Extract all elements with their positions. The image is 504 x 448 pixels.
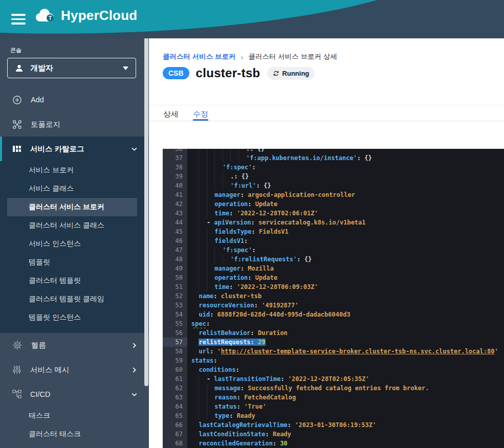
editor-row[interactable]: 48'f:relistRequests': {} [163, 255, 504, 264]
sidebar-subitem[interactable]: 서비스 클래스 [0, 180, 149, 198]
editor-row[interactable]: 63reason: FetchedCatalog [163, 393, 504, 402]
editor-row[interactable]: 37'f:app.kubernetes.io/instance': {} [163, 153, 504, 163]
sidebar-scrollbar-thumb[interactable] [144, 38, 148, 386]
code-line[interactable]: fieldsType: FieldsV1 [187, 227, 504, 236]
sidebar-subitem[interactable]: 클러스터 템플릿 클레임 [0, 290, 149, 308]
sidebar-subitem[interactable]: 태스크 런 [0, 443, 149, 448]
sidebar-section-header-cicd[interactable]: CI/CD [0, 382, 149, 407]
code-line[interactable]: 'f:spec': [187, 245, 504, 255]
line-number: 63 [163, 393, 187, 402]
tab-detail[interactable]: 상세 [163, 105, 179, 121]
code-line[interactable]: 'f:spec': [187, 163, 504, 172]
sidebar-subitem[interactable]: 템플릿 [0, 253, 149, 272]
tab-edit[interactable]: 수정 [193, 105, 208, 121]
sidebar-item-topology[interactable]: 토폴로지 [0, 112, 149, 137]
sidebar-subitem[interactable]: 서비스 인스턴스 [0, 235, 149, 253]
code-line[interactable]: - lastTransitionTime: '2022-12-28T02:05:… [187, 374, 504, 384]
code-line[interactable]: operation: Update [187, 273, 504, 282]
chevron-right-icon [131, 367, 138, 373]
editor-row[interactable]: 62message: Successfully fetched catalog … [163, 384, 504, 393]
code-line[interactable]: type: Ready [187, 411, 504, 420]
editor-row[interactable]: 64status: 'True' [163, 402, 504, 411]
sidebar-section-header-service-catalog[interactable]: 서비스 카탈로그 [0, 137, 149, 161]
line-number: 44 [163, 218, 187, 227]
code-line[interactable]: fieldsV1: [187, 236, 504, 245]
sidebar-subitem[interactable]: 클러스터 서비스 클래스 [0, 216, 149, 235]
editor-row[interactable]: 44- apiVersion: servicecatalog.k8s.io/v1… [163, 218, 504, 227]
editor-row[interactable]: 56relistBehavior: Duration [163, 328, 504, 338]
code-line[interactable]: time: '2022-12-28T06:09:03Z' [187, 282, 504, 292]
editor-row[interactable]: 59status: [163, 356, 504, 365]
perspective-dropdown[interactable]: 개발자 [7, 58, 136, 78]
editor-row[interactable]: 61- lastTransitionTime: '2022-12-28T02:0… [163, 374, 504, 384]
editor-row[interactable]: 66lastCatalogRetrievalTime: '2023-01-30T… [163, 420, 504, 430]
code-line[interactable]: conditions: [187, 365, 504, 374]
editor-row[interactable]: 39.: {} [163, 172, 504, 181]
editor-row[interactable]: 49manager: Mozilla [163, 264, 504, 273]
sidebar-subitem[interactable]: 클러스터 서비스 브로커 [7, 198, 137, 216]
editor-row[interactable]: 40'f:url': {} [163, 181, 504, 190]
code-line[interactable]: status: 'True' [187, 402, 504, 411]
sidebar-section-header-helm[interactable]: 헬름 [0, 333, 149, 357]
brand-logo[interactable]: T HyperCloud [33, 7, 137, 24]
sidebar-section-header-service-mesh[interactable]: 서비스 메시 [0, 357, 149, 382]
editor-row[interactable]: 42operation: Update [163, 199, 504, 209]
sidebar-subitem[interactable]: 클러스터 템플릿 [0, 272, 149, 290]
code-line[interactable]: uid: 6888f20d-628d-448d-995d-dadacb6040d… [187, 310, 504, 319]
code-line[interactable]: spec: [187, 319, 504, 328]
active-section-accent-bar [0, 137, 2, 161]
code-line[interactable]: lastCatalogRetrievalTime: '2023-01-30T06… [187, 420, 504, 430]
sidebar-item-add[interactable]: Add [0, 87, 149, 112]
editor-row[interactable]: 58url: 'http://cluster-template-service-… [163, 347, 504, 356]
sidebar-subitem[interactable]: 클러스터 태스크 [0, 425, 149, 443]
editor-row[interactable]: 51time: '2022-12-28T06:09:03Z' [163, 282, 504, 292]
code-line[interactable]: manager: Mozilla [187, 264, 504, 273]
yaml-editor[interactable]: 36.: {}37'f:app.kubernetes.io/instance':… [163, 149, 504, 448]
code-line[interactable]: 'f:relistRequests': {} [187, 255, 504, 264]
sidebar-subitem[interactable]: 서비스 브로커 [0, 161, 149, 180]
sidebar-subitem[interactable]: 태스크 [0, 407, 149, 425]
editor-row[interactable]: 68reconciledGeneration: 30 [163, 439, 504, 448]
code-line[interactable]: relistBehavior: Duration [187, 328, 504, 338]
code-line[interactable]: 'f:url': {} [187, 181, 504, 190]
editor-row[interactable]: 41manager: argocd-application-controller [163, 190, 504, 199]
code-line[interactable]: status: [187, 356, 504, 365]
code-line[interactable]: relistRequests: 29 [187, 338, 504, 347]
sidebar-subitem[interactable]: 템플릿 인스턴스 [0, 308, 149, 327]
code-line[interactable]: .: {} [187, 172, 504, 181]
editor-row[interactable]: 67lastConditionState: Ready [163, 430, 504, 439]
code-line[interactable]: message: Successfully fetched catalog en… [187, 384, 504, 393]
code-line[interactable]: reason: FetchedCatalog [187, 393, 504, 402]
code-line[interactable]: manager: argocd-application-controller [187, 190, 504, 199]
code-line[interactable]: lastConditionState: Ready [187, 430, 504, 439]
editor-row[interactable]: 47'f:spec': [163, 245, 504, 255]
line-number: 57 [163, 338, 187, 347]
code-line[interactable]: operation: Update [187, 199, 504, 209]
catalog-icon [12, 144, 21, 153]
editor-row[interactable]: 54uid: 6888f20d-628d-448d-995d-dadacb604… [163, 310, 504, 319]
editor-row[interactable]: 60conditions: [163, 365, 504, 374]
code-line[interactable]: 'f:app.kubernetes.io/instance': {} [187, 153, 504, 163]
editor-row[interactable]: 52name: cluster-tsb [163, 292, 504, 301]
code-line[interactable]: reconciledGeneration: 30 [187, 439, 504, 448]
code-line[interactable]: name: cluster-tsb [187, 292, 504, 301]
editor-row[interactable]: 57relistRequests: 29 [163, 338, 504, 347]
code-line[interactable]: time: '2022-12-28T02:06:01Z' [187, 209, 504, 218]
line-number: 39 [163, 172, 187, 181]
code-line[interactable]: resourceVersion: '49192877' [187, 301, 504, 310]
editor-row[interactable]: 50operation: Update [163, 273, 504, 282]
editor-row[interactable]: 36.: {} [163, 149, 504, 153]
code-line[interactable]: .: {} [187, 149, 504, 153]
code-line[interactable]: - apiVersion: servicecatalog.k8s.io/v1be… [187, 218, 504, 227]
editor-row[interactable]: 43time: '2022-12-28T02:06:01Z' [163, 209, 504, 218]
editor-row[interactable]: 45fieldsType: FieldsV1 [163, 227, 504, 236]
line-number: 46 [163, 236, 187, 245]
breadcrumb-link[interactable]: 클러스터 서비스 브로커 [163, 52, 236, 61]
editor-row[interactable]: 46fieldsV1: [163, 236, 504, 245]
editor-row[interactable]: 55spec: [163, 319, 504, 328]
editor-row[interactable]: 38'f:spec': [163, 163, 504, 172]
editor-row[interactable]: 65type: Ready [163, 411, 504, 420]
code-line[interactable]: url: 'http://cluster-template-service-br… [187, 347, 504, 356]
hamburger-menu-icon[interactable] [11, 14, 26, 25]
editor-row[interactable]: 53resourceVersion: '49192877' [163, 301, 504, 310]
